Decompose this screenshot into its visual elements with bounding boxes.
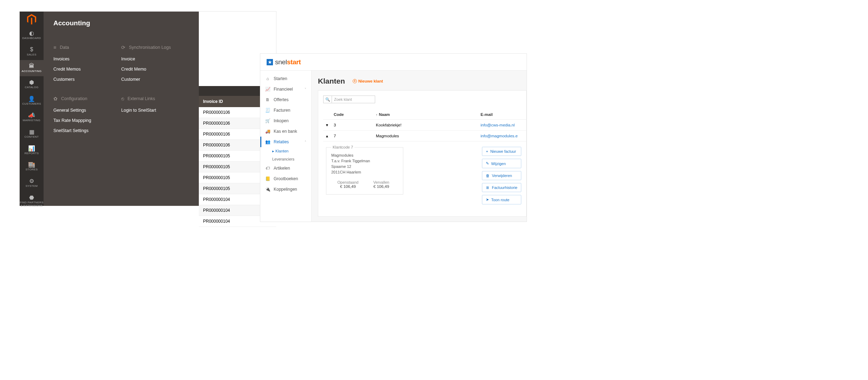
sidebar-item-artikelen[interactable]: 🏷Artikelen: [260, 163, 311, 173]
action-icon: 🗎: [486, 185, 490, 190]
group-data-header: ≡Data: [53, 45, 121, 50]
table-row[interactable]: ▾3Kookfabriekje!info@cws-media.nl: [323, 120, 526, 131]
new-customer-button[interactable]: + Nieuwe klant: [353, 79, 383, 83]
search-icon: 🔍: [324, 96, 332, 103]
action-icon: ✎: [486, 161, 489, 166]
stores-icon: 🏬: [20, 161, 44, 168]
rail-item-marketing[interactable]: 📣MARKETING: [20, 109, 44, 126]
grootboeken-icon: 📒: [265, 176, 270, 181]
magento-logo: [20, 12, 44, 27]
action-button[interactable]: 🗎Factuurhistorie: [482, 183, 521, 192]
caret-icon: ▸: [272, 149, 275, 153]
partners-icon: ⬣: [20, 194, 44, 201]
content-icon: ▦: [20, 129, 44, 135]
facturen-icon: 🧾: [265, 108, 270, 113]
sync-icon: ⟳: [121, 45, 125, 50]
table-header-row: Code ↑Naam E-mail: [323, 110, 526, 120]
expand-icon[interactable]: ▴: [326, 133, 334, 138]
rail-item-dashboard[interactable]: ◐DASHBOARD: [20, 27, 44, 44]
flyout-link[interactable]: Credit Memo: [121, 67, 189, 72]
search-input[interactable]: 🔍 Zoek klant: [323, 96, 375, 103]
col-name[interactable]: ↑Naam: [376, 112, 481, 117]
customer-detail-panel: Klantcode 7 MagmodulesT.a.v. Frank Tigge…: [326, 145, 403, 195]
rail-item-accounting[interactable]: 🏛ACCOUNTING: [20, 60, 44, 77]
sidebar-item-inkopen[interactable]: 🛒Inkopen: [260, 116, 311, 126]
sidebar-item-relaties[interactable]: 👥Relaties˄: [260, 137, 311, 147]
snelstart-logo: ★ snelstart: [267, 58, 301, 66]
customer-actions: +Nieuwe factuur✎Wijzigen🗑Verwijderen🗎Fac…: [482, 147, 521, 204]
rail-item-partners[interactable]: ⬣FIND PARTNERS& EXTENSIONS: [20, 191, 44, 211]
action-button[interactable]: +Nieuwe factuur: [482, 147, 521, 156]
sidebar-item-starten[interactable]: ⌂Starten: [260, 73, 311, 84]
sort-asc-icon: ↑: [376, 113, 378, 117]
action-button[interactable]: 🗑Verwijderen: [482, 171, 521, 180]
detail-line: Spaarne 12: [331, 164, 398, 170]
flyout-link[interactable]: Credit Memos: [53, 67, 121, 72]
kasbank-icon: 🚚: [265, 129, 270, 134]
action-icon: ➤: [486, 197, 489, 202]
rail-item-content[interactable]: ▦CONTENT: [20, 126, 44, 142]
dashboard-icon: ◐: [20, 30, 44, 36]
sidebar-item-kasbank[interactable]: 🚚Kas en bank: [260, 126, 311, 137]
flyout-link[interactable]: Invoices: [53, 57, 121, 61]
email-link[interactable]: info@magmodules.e: [481, 134, 526, 138]
customers-icon: 👤: [20, 96, 44, 102]
catalog-icon: ⬢: [20, 79, 44, 85]
rail-item-system[interactable]: ⚙SYSTEM: [20, 175, 44, 191]
flyout-link[interactable]: Login to SnelStart: [121, 108, 189, 113]
snelstart-main: Klanten + Nieuwe klant 🔍 Zoek klant Code…: [312, 71, 527, 222]
reports-icon: 📊: [20, 145, 44, 151]
sidebar-item-offertes[interactable]: 🗎Offertes: [260, 94, 311, 105]
rail-item-reports[interactable]: 📊REPORTS: [20, 142, 44, 159]
col-code[interactable]: Code: [334, 112, 376, 117]
sidebar-subitem[interactable]: Leveranciers: [272, 155, 311, 163]
action-button[interactable]: ✎Wijzigen: [482, 159, 521, 168]
plus-circle-icon: +: [353, 79, 357, 83]
action-button[interactable]: ➤Toon route: [482, 195, 521, 204]
detail-legend: Klantcode 7: [331, 145, 354, 149]
col-mail[interactable]: E-mail: [481, 112, 526, 117]
flyout-link[interactable]: General Settings: [53, 108, 121, 113]
snelstart-header: ★ snelstart: [260, 54, 527, 71]
stat-open: Openstaand € 106,49: [331, 180, 365, 189]
expand-icon[interactable]: ▾: [326, 123, 334, 127]
snelstart-window: ★ snelstart ⌂Starten📈Financieel˅🗎Offerte…: [260, 53, 527, 222]
snelstart-sidebar: ⌂Starten📈Financieel˅🗎Offertes🧾Facturen🛒I…: [260, 71, 312, 222]
customers-card: 🔍 Zoek klant Code ↑Naam E-mail ▾3Kookfab…: [318, 90, 527, 217]
sidebar-item-financieel[interactable]: 📈Financieel˅: [260, 84, 311, 94]
system-icon: ⚙: [20, 178, 44, 184]
detail-line: 2011CH Haarlem: [331, 170, 398, 175]
flyout-link[interactable]: Customers: [53, 77, 121, 82]
action-icon: +: [486, 149, 488, 153]
external-icon: ⎋: [121, 96, 124, 101]
search-placeholder: Zoek klant: [332, 97, 352, 101]
flyout-link[interactable]: Invoice: [121, 57, 189, 61]
sales-icon: $: [20, 46, 44, 53]
flyout-link[interactable]: SnelStart Settings: [53, 128, 121, 133]
offertes-icon: 🗎: [265, 97, 270, 102]
rail-item-stores[interactable]: 🏬STORES: [20, 158, 44, 175]
email-link[interactable]: info@cws-media.nl: [481, 123, 526, 127]
sidebar-subitem[interactable]: ▸ Klanten: [272, 147, 311, 155]
flyout-link[interactable]: Customer: [121, 77, 189, 82]
rail-item-catalog[interactable]: ⬢CATALOG: [20, 76, 44, 93]
table-row[interactable]: ▴7Magmodulesinfo@magmodules.e: [323, 131, 526, 142]
financieel-icon: 📈: [265, 87, 270, 92]
sidebar-item-koppelingen[interactable]: 🔌Koppelingen: [260, 184, 311, 195]
sidebar-item-facturen[interactable]: 🧾Facturen: [260, 105, 311, 116]
artikelen-icon: 🏷: [265, 166, 270, 171]
marketing-icon: 📣: [20, 112, 44, 118]
action-icon: 🗑: [486, 173, 490, 178]
detail-line: T.a.v. Frank Tiggelman: [331, 158, 398, 164]
data-icon: ≡: [53, 45, 56, 50]
relaties-icon: 👥: [265, 139, 270, 144]
rail-item-sales[interactable]: $SALES: [20, 44, 44, 60]
accounting-icon: 🏛: [20, 63, 44, 69]
sidebar-item-grootboeken[interactable]: 📒Grootboeken: [260, 173, 311, 184]
flyout-link[interactable]: Tax Rate Mappping: [53, 118, 121, 123]
rail-item-customers[interactable]: 👤CUSTOMERS: [20, 93, 44, 109]
starten-icon: ⌂: [265, 76, 270, 81]
chevron-icon: ˅: [305, 87, 306, 91]
gear-icon: ✿: [53, 96, 58, 101]
accounting-flyout: Accounting ≡Data InvoicesCredit MemosCus…: [44, 12, 199, 206]
